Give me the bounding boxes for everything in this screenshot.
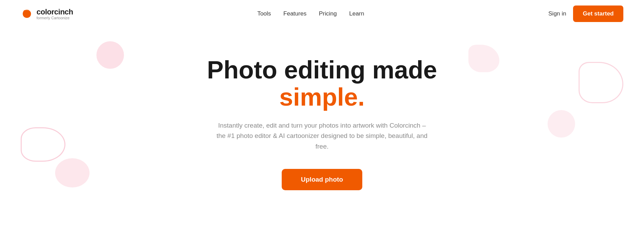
logo-text: colorcinch formerly Cartoonize [37,8,73,20]
blob-6 [548,110,575,138]
nav-right: Sign in Get started [548,6,623,22]
nav-pricing[interactable]: Pricing [319,10,337,17]
signin-link[interactable]: Sign in [548,10,566,17]
get-started-button[interactable]: Get started [573,6,623,22]
blob-5 [579,62,623,103]
hero-section: Photo editing made simple. Instantly cre… [0,28,644,226]
logo-name: colorcinch [37,8,73,17]
blob-1 [96,41,124,69]
hero-title-highlight: simple. [279,83,365,111]
upload-photo-button[interactable]: Upload photo [282,169,362,190]
hero-subtitle: Instantly create, edit and turn your pho… [215,120,429,152]
blob-2 [21,127,65,162]
nav-tools[interactable]: Tools [257,10,271,17]
logo-subtitle: formerly Cartoonize [37,16,73,20]
hero-title-part1: Photo editing made [207,56,437,84]
logo-icon [21,8,33,20]
hero-title: Photo editing made simple. [167,56,477,111]
navbar: colorcinch formerly Cartoonize Tools Fea… [0,0,644,28]
nav-links: Tools Features Pricing Learn [257,10,364,17]
nav-learn[interactable]: Learn [349,10,364,17]
logo[interactable]: colorcinch formerly Cartoonize [21,8,73,20]
blob-3 [55,158,90,187]
nav-features[interactable]: Features [283,10,307,17]
